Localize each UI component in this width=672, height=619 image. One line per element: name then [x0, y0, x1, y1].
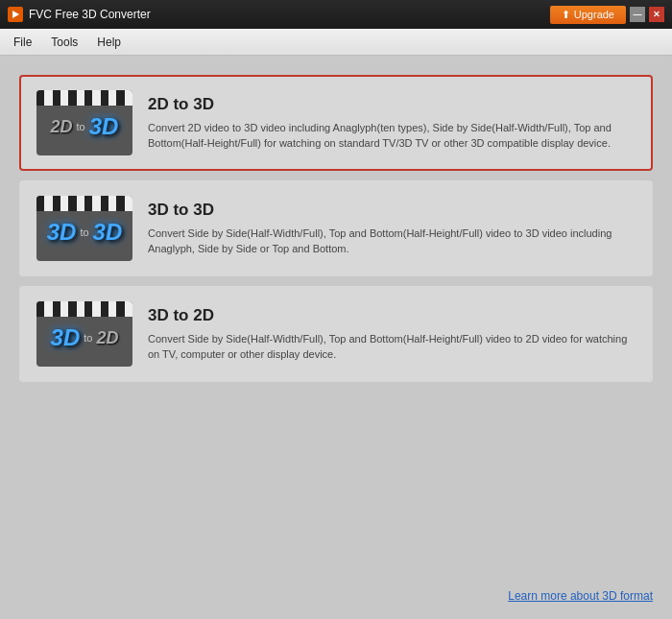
svg-marker-0	[12, 11, 19, 18]
menu-bar: File Tools Help	[0, 29, 672, 56]
app-title: FVC Free 3D Converter	[29, 8, 151, 21]
menu-file[interactable]: File	[4, 32, 41, 53]
title-bar-left: FVC Free 3D Converter	[8, 7, 151, 22]
title-bar-right: ⬆ Upgrade — ✕	[550, 6, 664, 24]
menu-tools[interactable]: Tools	[41, 32, 87, 53]
bottom-link-area: Learn more about 3D format	[508, 586, 653, 604]
learn-more-link[interactable]: Learn more about 3D format	[508, 589, 653, 603]
option-2d-to-3d[interactable]: 2D to 3D 2D to 3D Convert 2D video to 3D…	[19, 75, 653, 171]
option-text-3d-to-3d: 3D to 3D Convert Side by Side(Half-Width…	[148, 201, 636, 257]
title-bar: FVC Free 3D Converter ⬆ Upgrade — ✕	[0, 0, 672, 29]
upgrade-label: Upgrade	[574, 9, 614, 20]
close-button[interactable]: ✕	[649, 7, 664, 22]
option-3d-to-3d[interactable]: 3D to 3D 3D to 3D Convert Side by Side(H…	[19, 180, 653, 276]
option-icon-2d-to-3d: 2D to 3D	[36, 90, 132, 155]
option-desc-3d-to-3d: Convert Side by Side(Half-Width/Full), T…	[148, 226, 636, 257]
minimize-button[interactable]: —	[630, 7, 645, 22]
option-icon-3d-to-3d: 3D to 3D	[36, 196, 132, 261]
main-content: 2D to 3D 2D to 3D Convert 2D video to 3D…	[0, 56, 672, 619]
option-icon-3d-to-2d: 3D to 2D	[36, 301, 132, 367]
option-desc-3d-to-2d: Convert Side by Side(Half-Width/Full), T…	[148, 331, 636, 363]
option-title-3d-to-3d: 3D to 3D	[148, 201, 636, 220]
option-3d-to-2d[interactable]: 3D to 2D 3D to 2D Convert Side by Side(H…	[19, 286, 653, 382]
app-icon	[8, 7, 23, 22]
option-text-3d-to-2d: 3D to 2D Convert Side by Side(Half-Width…	[148, 306, 636, 363]
option-title-3d-to-2d: 3D to 2D	[148, 306, 636, 325]
option-title-2d-to-3d: 2D to 3D	[148, 95, 636, 114]
option-desc-2d-to-3d: Convert 2D video to 3D video including A…	[148, 120, 636, 152]
upgrade-button[interactable]: ⬆ Upgrade	[550, 6, 626, 24]
menu-help[interactable]: Help	[87, 32, 131, 53]
option-text-2d-to-3d: 2D to 3D Convert 2D video to 3D video in…	[148, 95, 636, 152]
upgrade-icon: ⬆	[562, 9, 570, 21]
